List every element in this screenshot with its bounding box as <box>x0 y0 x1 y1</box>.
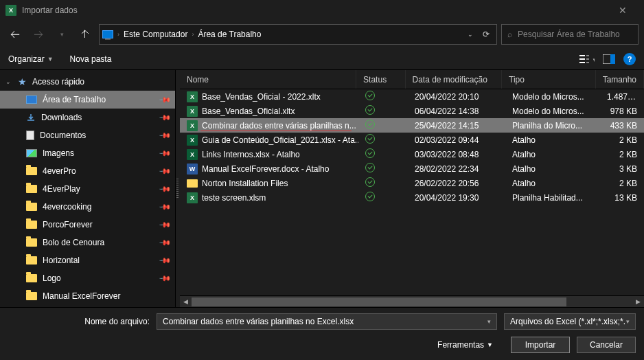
column-date[interactable]: Data de modificação <box>406 70 503 89</box>
horizontal-scrollbar[interactable]: ◀ ▶ <box>180 295 644 307</box>
sidebar-item-folder[interactable]: 4evercooking📌 <box>0 198 175 216</box>
download-icon <box>26 113 36 122</box>
new-folder-button[interactable]: Nova pasta <box>70 54 112 64</box>
svg-text:▼: ▼ <box>592 57 595 63</box>
file-icon: X <box>187 192 198 203</box>
file-type: Modelo do Micros... <box>505 92 600 102</box>
sidebar-item-folder[interactable]: Manual ExcelForever <box>0 287 175 305</box>
filename-input[interactable]: Combinar dados entre várias planilhas no… <box>157 313 497 330</box>
window-title: Importar dados <box>22 5 607 15</box>
svg-rect-5 <box>586 62 589 63</box>
sidebar-item-folder[interactable]: 4EverPlay📌 <box>0 180 175 198</box>
pin-icon: 📌 <box>158 128 171 142</box>
forward-button[interactable]: 🡢 <box>29 25 48 44</box>
view-details-button[interactable]: ▼ <box>579 54 595 65</box>
scroll-right-button[interactable]: ▶ <box>632 296 644 308</box>
file-row[interactable]: Xteste screen.xlsm20/04/2022 19:30Planil… <box>180 190 644 205</box>
folder-icon <box>26 203 37 211</box>
chevron-down-icon: ▾ <box>626 318 630 325</box>
cancel-button[interactable]: Cancelar <box>577 337 636 353</box>
preview-pane-button[interactable] <box>603 54 615 64</box>
sidebar-item-documents[interactable]: Documentos📌 <box>0 126 175 144</box>
svg-rect-8 <box>610 54 615 64</box>
desktop-icon <box>26 95 37 104</box>
column-type[interactable]: Tipo <box>502 70 596 89</box>
breadcrumb-pc[interactable]: Este Computador <box>124 30 187 39</box>
column-size[interactable]: Tamanho <box>596 70 644 89</box>
file-type: Planilha Habilitad... <box>505 193 600 203</box>
sidebar-item-folder[interactable]: 4everPro📌 <box>0 162 175 180</box>
import-button[interactable]: Importar <box>511 337 570 353</box>
file-icon: X <box>187 106 198 117</box>
tools-menu[interactable]: Ferramentas▼ <box>437 340 493 350</box>
file-icon: X <box>187 135 198 146</box>
file-filter-dropdown[interactable]: Arquivos do Excel (*.xl*;*.xlsx;*.▾ <box>504 313 636 330</box>
file-size: 1.487 KB <box>600 92 644 102</box>
folder-icon <box>26 238 37 247</box>
location-bar[interactable]: › Este Computador › Área de Trabalho ⌄ ⟳ <box>99 24 497 45</box>
location-dropdown[interactable]: ⌄ <box>463 31 477 38</box>
sidebar-item-downloads[interactable]: Downloads📌 <box>0 109 175 126</box>
file-size: 433 KB <box>600 121 644 131</box>
column-status[interactable]: Status <box>356 70 405 89</box>
status-ok-icon <box>365 177 375 187</box>
file-name: Norton Installation Files <box>202 179 288 188</box>
svg-rect-1 <box>579 58 585 60</box>
scroll-left-button[interactable]: ◀ <box>180 296 192 308</box>
file-size: 978 KB <box>600 106 644 116</box>
sidebar-quick-access[interactable]: ⌄ ★ Acesso rápido <box>0 73 175 91</box>
search-placeholder: Pesquisar Área de Trabalho <box>518 30 620 39</box>
file-name: Combinar dados entre várias planilhas n.… <box>202 121 356 131</box>
column-name[interactable]: Nome <box>180 70 356 89</box>
file-row[interactable]: WManual ExcelForever.docx - Atalho28/02/… <box>180 161 644 176</box>
sidebar-item-folder[interactable]: Logo📌 <box>0 269 175 287</box>
file-row[interactable]: XBase_Vendas_Oficial.xltx06/04/2022 14:3… <box>180 104 644 118</box>
chevron-right-icon: › <box>192 31 194 38</box>
sidebar: ⌄ ★ Acesso rápido Área de Trabalho📌 Down… <box>0 70 176 307</box>
sidebar-item-folder[interactable]: Horizontal📌 <box>0 251 175 269</box>
file-date: 28/02/2022 22:34 <box>408 164 505 174</box>
breadcrumb-location[interactable]: Área de Trabalho <box>198 30 261 39</box>
file-row[interactable]: XLinks Internos.xlsx - Atalho03/03/2022 … <box>180 147 644 161</box>
chevron-down-icon: ▾ <box>487 318 491 325</box>
star-icon: ★ <box>18 76 27 87</box>
sidebar-item-images[interactable]: Imagens📌 <box>0 144 175 162</box>
file-size: 2 KB <box>600 150 644 159</box>
organize-menu[interactable]: Organizar▼ <box>8 54 54 64</box>
status-ok-icon <box>365 192 375 201</box>
file-type: Modelo do Micros... <box>505 106 600 116</box>
close-button[interactable]: ✕ <box>607 0 639 21</box>
help-button[interactable]: ? <box>623 53 636 65</box>
recent-dropdown[interactable]: ▾ <box>52 25 71 44</box>
file-row[interactable]: XGuia de Conteúdo_Oficial_2021.xlsx - At… <box>180 133 644 147</box>
pin-icon: 📌 <box>158 218 171 231</box>
folder-icon <box>26 167 37 175</box>
status-ok-icon <box>365 105 375 115</box>
file-date: 02/03/2022 09:44 <box>408 135 505 145</box>
file-row[interactable]: Norton Installation Files26/02/2022 20:5… <box>180 176 644 190</box>
file-name: Guia de Conteúdo_Oficial_2021.xlsx - Ata… <box>202 135 358 145</box>
pin-icon: 📌 <box>158 254 171 267</box>
file-name: Manual ExcelForever.docx - Atalho <box>202 164 329 174</box>
search-input[interactable]: ⌕ Pesquisar Área de Trabalho <box>501 24 639 45</box>
filename-label: Nome do arquivo: <box>8 317 150 326</box>
refresh-button[interactable]: ⟳ <box>479 30 494 39</box>
pin-icon: 📌 <box>158 271 171 284</box>
file-row[interactable]: XBase_Vendas_Oficial - 2022.xltx20/04/20… <box>180 89 644 104</box>
file-icon: X <box>187 149 198 160</box>
sidebar-item-folder[interactable]: PorcoForever📌 <box>0 216 175 234</box>
file-name: Base_Vendas_Oficial.xltx <box>202 106 295 116</box>
back-button[interactable]: 🡠 <box>5 25 25 44</box>
collapse-icon[interactable]: ⌄ <box>4 78 12 85</box>
file-icon: W <box>187 164 198 175</box>
sidebar-item-desktop[interactable]: Área de Trabalho📌 <box>0 91 175 109</box>
scroll-thumb[interactable] <box>192 297 566 306</box>
underline-marker <box>200 131 352 131</box>
status-ok-icon <box>365 163 375 172</box>
file-name: Links Internos.xlsx - Atalho <box>202 150 300 159</box>
up-button[interactable]: 🡡 <box>76 25 95 44</box>
sidebar-item-folder[interactable]: Bolo de Cenoura📌 <box>0 234 175 251</box>
file-name: Base_Vendas_Oficial - 2022.xltx <box>202 92 321 102</box>
folder-icon <box>26 274 37 282</box>
file-row[interactable]: XCombinar dados entre várias planilhas n… <box>180 118 644 133</box>
